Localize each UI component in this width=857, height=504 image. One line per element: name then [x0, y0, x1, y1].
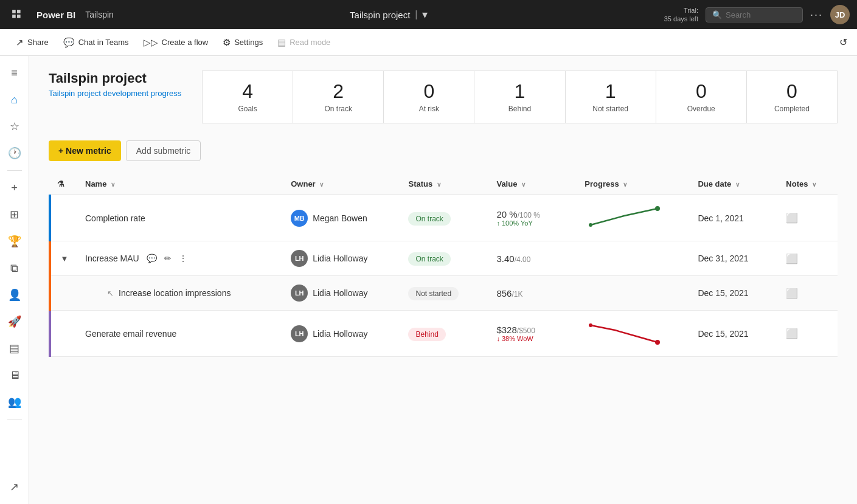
refresh-button[interactable]: ↺: [839, 36, 847, 48]
row-status-cell: Not started: [401, 276, 489, 311]
row-edit-button[interactable]: ✏: [162, 252, 174, 264]
table-row[interactable]: Generate email revenue LH Lidia Holloway…: [50, 311, 838, 357]
trial-info: Trial: 35 days left: [664, 6, 698, 24]
progress-chart-down: [585, 319, 664, 346]
nav-goals[interactable]: 🏆: [2, 229, 27, 254]
create-flow-button[interactable]: ▷▷ Create a flow: [137, 33, 215, 52]
svg-point-7: [655, 340, 660, 345]
value-wow: ↓ 38% WoW: [496, 335, 570, 342]
stat-label-overdue: Overdue: [687, 105, 715, 113]
nav-apps[interactable]: ⧉: [2, 256, 27, 280]
settings-icon: ⚙: [223, 37, 231, 48]
stat-card-atrisk[interactable]: 0 At risk: [383, 71, 474, 123]
readmode-button[interactable]: ▤ Read mode: [271, 33, 336, 52]
row-expand-cell: [50, 195, 78, 241]
nav-browse[interactable]: ⊞: [2, 202, 27, 227]
value-unit: /100 %: [518, 211, 540, 219]
th-notes[interactable]: Notes ∨: [779, 173, 838, 195]
stat-card-completed[interactable]: 0 Completed: [746, 71, 838, 123]
nav-favorites[interactable]: ☆: [2, 114, 27, 139]
th-name[interactable]: Name ∨: [78, 173, 283, 195]
stat-number-ontrack: 2: [333, 81, 344, 102]
th-value[interactable]: Value ∨: [489, 173, 577, 195]
stat-number-notstarted: 1: [605, 81, 616, 102]
stat-card-ontrack[interactable]: 2 On track: [293, 71, 383, 123]
stat-label-ontrack: On track: [325, 105, 352, 113]
app-name: Tailspin: [85, 10, 114, 19]
status-badge: On track: [408, 252, 450, 266]
add-submetric-button[interactable]: Add submetric: [126, 140, 201, 161]
table-row[interactable]: Completion rate MB Megan Bowen On track: [50, 195, 838, 241]
nav-external-link[interactable]: ↗: [2, 475, 27, 499]
more-options-button[interactable]: ···: [810, 9, 823, 21]
row-progress-cell: [577, 195, 690, 241]
row-duedate-cell: Dec 1, 2021: [690, 195, 779, 241]
search-box[interactable]: 🔍: [706, 7, 803, 22]
settings-button[interactable]: ⚙ Settings: [217, 33, 269, 52]
row-expand-cell: [50, 276, 78, 311]
chat-teams-button[interactable]: 💬 Chat in Teams: [57, 33, 135, 52]
value-main: 20 %: [496, 209, 517, 219]
svg-point-6: [589, 323, 592, 327]
nav-monitor[interactable]: 🖥: [2, 363, 27, 387]
avatar[interactable]: JD: [830, 5, 850, 24]
search-icon: 🔍: [712, 10, 722, 19]
row-notes-cell[interactable]: ⬜: [779, 241, 838, 276]
app-grid-button[interactable]: [7, 5, 27, 24]
stat-card-overdue[interactable]: 0 Overdue: [656, 71, 746, 123]
owner-name: Lidia Holloway: [313, 254, 367, 263]
stat-card-goals[interactable]: 4 Goals: [202, 71, 293, 123]
filter-icon[interactable]: ⚗: [57, 179, 64, 188]
nav-home[interactable]: ⌂: [2, 88, 27, 112]
project-header: Tailspin project Tailspin project develo…: [49, 71, 838, 123]
nav-admin[interactable]: 👥: [2, 390, 27, 414]
nav-recent[interactable]: 🕐: [2, 141, 27, 165]
stat-card-notstarted[interactable]: 1 Not started: [565, 71, 656, 123]
notes-icon: ⬜: [786, 328, 798, 339]
th-status[interactable]: Status ∨: [401, 173, 489, 195]
notes-icon: ⬜: [786, 213, 798, 223]
search-input[interactable]: [726, 10, 796, 19]
table-row[interactable]: ↖ Increase location impressions LH Lidia…: [50, 276, 838, 311]
topbar: Power BI Tailspin Tailspin project | ▾ T…: [0, 0, 857, 29]
topbar-right: Trial: 35 days left 🔍 ··· JD: [664, 5, 850, 24]
row-comment-button[interactable]: 💬: [144, 252, 159, 264]
row-notes-cell[interactable]: ⬜: [779, 311, 838, 357]
table-row[interactable]: ▼ Increase MAU 💬 ✏ ⋮: [50, 241, 838, 276]
row-notes-cell[interactable]: ⬜: [779, 276, 838, 311]
expand-button[interactable]: ▼: [58, 254, 71, 263]
share-icon: ↗: [16, 37, 24, 48]
row-more-button[interactable]: ⋮: [176, 252, 190, 264]
metric-name: Increase location impressions: [119, 288, 231, 298]
th-duedate[interactable]: Due date ∨: [690, 173, 779, 195]
row-expand-cell: [50, 311, 78, 357]
nav-people[interactable]: 👤: [2, 283, 27, 307]
value-yoy: ↑ 100% YoY: [496, 219, 570, 227]
svg-point-5: [655, 206, 660, 211]
nav-deployment[interactable]: 🚀: [2, 309, 27, 334]
row-name-cell: Completion rate: [78, 195, 283, 241]
nav-data[interactable]: ▤: [2, 336, 27, 361]
row-notes-cell[interactable]: ⬜: [779, 195, 838, 241]
owner-avatar: MB: [291, 210, 308, 227]
row-actions: 💬 ✏ ⋮: [144, 252, 190, 264]
row-status-cell: Behind: [401, 311, 489, 357]
row-status-cell: On track: [401, 195, 489, 241]
value-unit: /$500: [517, 326, 535, 335]
row-progress-cell: [577, 241, 690, 276]
th-owner[interactable]: Owner ∨: [283, 173, 401, 195]
stat-label-goals: Goals: [238, 105, 257, 113]
stat-card-behind[interactable]: 1 Behind: [474, 71, 564, 123]
share-button[interactable]: ↗ Share: [10, 33, 55, 52]
topbar-center: Tailspin project | ▾: [123, 8, 654, 21]
row-duedate-cell: Dec 31, 2021: [690, 241, 779, 276]
th-progress[interactable]: Progress ∨: [577, 173, 690, 195]
project-dropdown-button[interactable]: ▾: [422, 8, 428, 21]
new-metric-button[interactable]: + New metric: [49, 140, 121, 161]
owner-avatar: LH: [291, 250, 308, 267]
action-bar: + New metric Add submetric: [49, 140, 838, 161]
nav-hamburger[interactable]: ≡: [2, 61, 27, 85]
metrics-table: ⚗ Name ∨ Owner ∨ Status ∨ Va: [49, 173, 838, 357]
row-owner-cell: LH Lidia Holloway: [283, 241, 401, 276]
nav-create[interactable]: +: [2, 176, 27, 200]
